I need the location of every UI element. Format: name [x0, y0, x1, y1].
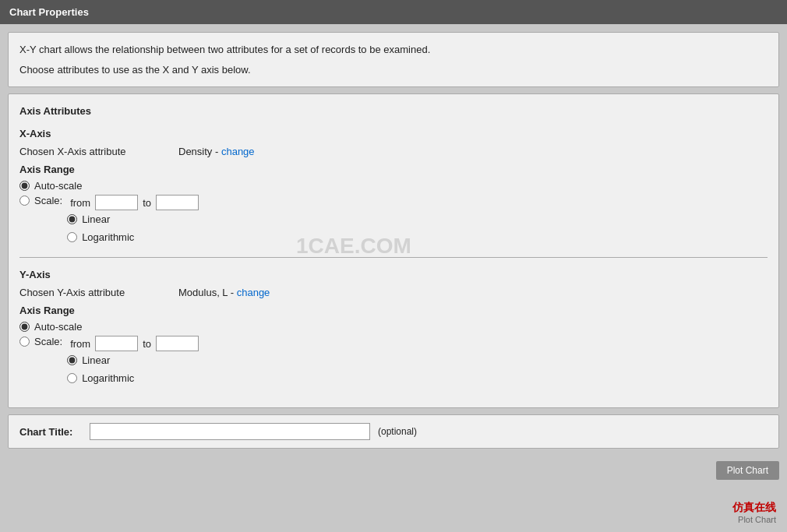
y-linear-row: Linear	[67, 354, 199, 366]
x-scale-radio-row: Scale:	[19, 195, 62, 206]
y-to-input[interactable]	[156, 336, 199, 351]
y-log-radio[interactable]	[67, 373, 77, 383]
x-axis-title: X-Axis	[19, 128, 768, 139]
x-log-row: Logarithmic	[67, 231, 199, 243]
x-autoscale-row: Auto-scale	[19, 180, 768, 192]
y-from-input[interactable]	[95, 336, 138, 351]
y-log-label: Logarithmic	[82, 372, 134, 384]
branding-line1: 仿真在线	[732, 501, 776, 515]
bottom-bar: Plot Chart	[0, 456, 787, 484]
info-box: X-Y chart allows the relationship betwee…	[8, 32, 779, 87]
x-to-input[interactable]	[156, 195, 199, 210]
y-attr-label: Chosen Y-Axis attribute	[19, 287, 175, 298]
chart-title-section: Chart Title: (optional)	[8, 414, 779, 449]
y-from-label: from	[70, 338, 90, 350]
bottom-right-branding: 仿真在线 Plot Chart	[732, 501, 776, 524]
y-autoscale-radio[interactable]	[19, 322, 30, 332]
x-scale-radio[interactable]	[19, 196, 30, 206]
x-linear-row: Linear	[67, 213, 199, 225]
title-bar: Chart Properties	[0, 0, 787, 24]
axis-divider	[19, 257, 768, 258]
optional-text: (optional)	[378, 426, 417, 437]
x-scale-right-col: from to Linear Logarithm	[67, 195, 199, 246]
x-autoscale-label: Auto-scale	[34, 180, 82, 192]
x-change-link[interactable]: change	[221, 146, 255, 157]
title-bar-label: Chart Properties	[9, 6, 89, 18]
y-attr-value: Modulus, L - change	[178, 287, 270, 298]
x-attr-value: Density - change	[178, 146, 255, 157]
x-attr-text: Density -	[178, 146, 218, 157]
branding-line2: Plot Chart	[732, 515, 776, 524]
plot-chart-button[interactable]: Plot Chart	[716, 461, 779, 480]
y-scale-inputs: from to	[70, 336, 199, 351]
page-wrapper: Chart Properties X-Y chart allows the re…	[0, 0, 787, 532]
chart-title-input[interactable]	[90, 423, 370, 440]
y-scale-label: Scale:	[34, 336, 62, 347]
y-scale-right-col: from to Linear Logarithm	[67, 336, 199, 387]
x-from-input[interactable]	[95, 195, 138, 210]
x-autoscale-radio[interactable]	[19, 181, 30, 191]
content-area: X-Y chart allows the relationship betwee…	[0, 24, 787, 456]
x-scale-inputs: from to	[70, 195, 199, 210]
y-autoscale-row: Auto-scale	[19, 321, 768, 333]
x-scale-full-row: Scale: from to Linear	[19, 195, 768, 246]
y-scale-full-row: Scale: from to Linear	[19, 336, 768, 387]
info-line2: Choose attributes to use as the X and Y …	[19, 62, 768, 78]
y-change-link[interactable]: change	[237, 287, 270, 298]
x-log-label: Logarithmic	[82, 231, 134, 243]
y-scale-radio[interactable]	[19, 336, 30, 347]
y-scale-radio-row: Scale:	[19, 336, 62, 347]
y-axis-block: Y-Axis Chosen Y-Axis attribute Modulus, …	[19, 269, 768, 387]
y-linear-radio[interactable]	[67, 355, 77, 365]
y-linear-label: Linear	[82, 354, 110, 366]
x-scale-label: Scale:	[34, 195, 62, 206]
x-attr-row: Chosen X-Axis attribute Density - change	[19, 146, 768, 157]
y-range-section: Axis Range Auto-scale Scale: from	[19, 305, 768, 387]
x-range-section: Axis Range Auto-scale Scale: from	[19, 164, 768, 246]
x-attr-label: Chosen X-Axis attribute	[19, 146, 175, 157]
x-range-title: Axis Range	[19, 164, 768, 175]
x-linear-label: Linear	[82, 213, 110, 225]
x-from-label: from	[70, 197, 90, 209]
y-attr-row: Chosen Y-Axis attribute Modulus, L - cha…	[19, 287, 768, 298]
y-range-title: Axis Range	[19, 305, 768, 316]
x-log-radio[interactable]	[67, 232, 77, 242]
axis-section: Axis Attributes X-Axis Chosen X-Axis att…	[8, 93, 779, 408]
x-linear-radio[interactable]	[67, 214, 77, 224]
chart-title-label: Chart Title:	[19, 426, 82, 438]
axis-section-heading: Axis Attributes	[19, 105, 768, 117]
x-axis-block: X-Axis Chosen X-Axis attribute Density -…	[19, 128, 768, 246]
y-attr-text: Modulus, L -	[178, 287, 234, 298]
y-autoscale-label: Auto-scale	[34, 321, 82, 333]
info-line1: X-Y chart allows the relationship betwee…	[19, 42, 768, 58]
y-axis-title: Y-Axis	[19, 269, 768, 280]
x-to-label: to	[143, 197, 151, 209]
y-log-row: Logarithmic	[67, 372, 199, 384]
y-to-label: to	[143, 338, 151, 350]
